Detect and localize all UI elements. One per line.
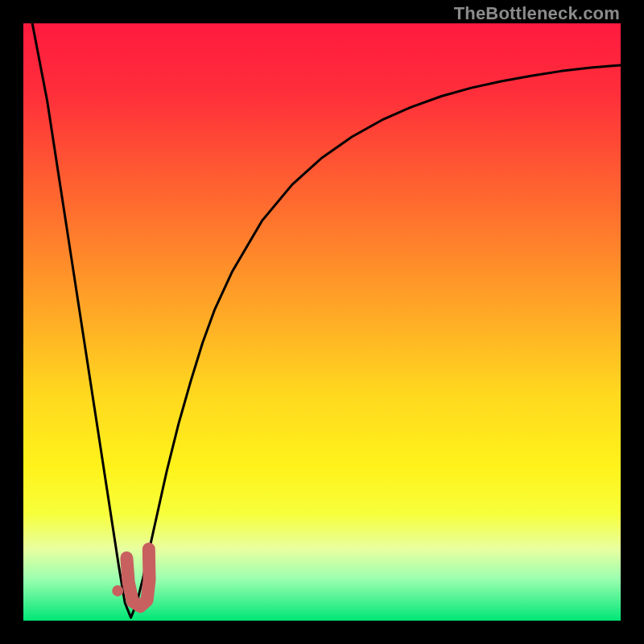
watermark-text: TheBottleneck.com (454, 3, 620, 24)
chart-frame: TheBottleneck.com (0, 0, 644, 644)
minimum-marker-dot (112, 585, 123, 597)
bottleneck-chart (23, 23, 621, 621)
